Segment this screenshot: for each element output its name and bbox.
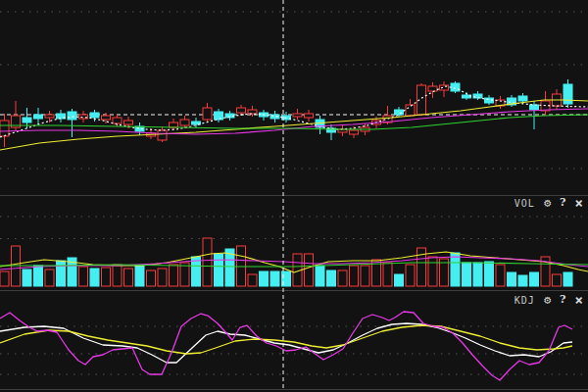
- volume-pane[interactable]: [0, 210, 588, 287]
- close-icon[interactable]: ×: [575, 294, 583, 306]
- close-icon[interactable]: ×: [575, 197, 583, 209]
- vol-pane-header: VOL ⚙ ? ×: [514, 196, 583, 210]
- help-icon[interactable]: ?: [560, 197, 565, 209]
- gear-icon[interactable]: ⚙: [544, 197, 551, 209]
- kdj-pane-header: KDJ ⚙ ? ×: [514, 293, 583, 307]
- vol-indicator-label[interactable]: VOL: [514, 198, 535, 209]
- stock-chart-app: VOL ⚙ ? × KDJ ⚙ ? ×: [0, 0, 588, 392]
- price-pane[interactable]: [0, 0, 588, 195]
- help-icon[interactable]: ?: [560, 294, 565, 306]
- kdj-indicator-label[interactable]: KDJ: [514, 295, 535, 306]
- chart-canvas[interactable]: [0, 0, 588, 392]
- gear-icon[interactable]: ⚙: [544, 294, 551, 306]
- kdj-pane[interactable]: [0, 309, 588, 389]
